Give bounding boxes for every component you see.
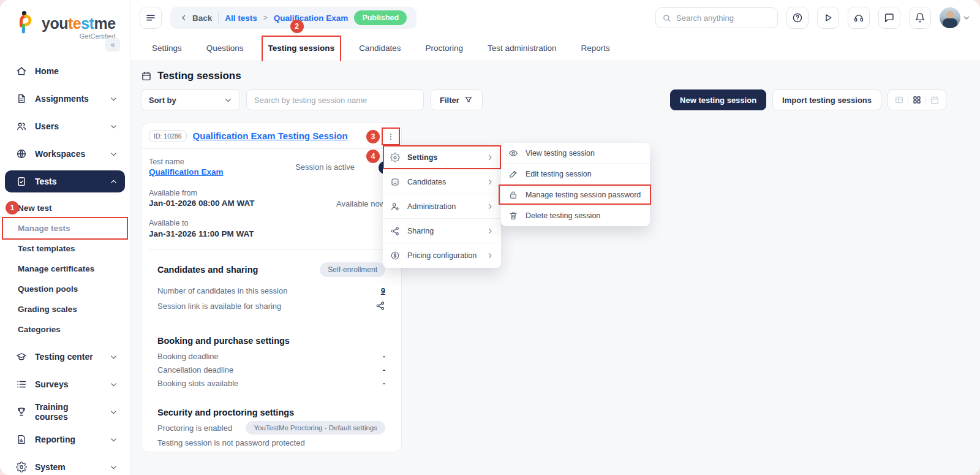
security-heading: Security and proctoring settings [157, 408, 385, 417]
tests-icon [16, 176, 27, 187]
import-testing-sessions-label: Import testing sessions [782, 96, 872, 105]
sidebar-subitem-new-test[interactable]: 1 New test [0, 198, 130, 218]
sidebar-item-workspaces[interactable]: Workspaces [5, 143, 125, 165]
submenu-item-manage-testing-session-password[interactable]: Manage testing session password [501, 184, 650, 205]
session-kebab-menu-button[interactable]: 3 4 [382, 127, 400, 145]
help-button[interactable] [786, 7, 809, 29]
menu-item-sharing[interactable]: Sharing [383, 219, 501, 243]
breadcrumb-divider [218, 12, 219, 23]
sidebar-subitem-manage-tests[interactable]: Manage tests [0, 218, 130, 238]
tab-settings[interactable]: Settings [152, 36, 182, 61]
tab-label: Proctoring [425, 44, 463, 53]
back-button[interactable]: Back [180, 13, 212, 23]
sidebar-subitem-question-pools[interactable]: Question pools [0, 279, 130, 299]
sidebar-item-tests[interactable]: Tests [5, 170, 125, 192]
grid-view-button[interactable] [908, 90, 925, 110]
messages-button[interactable] [878, 7, 900, 29]
tab-candidates[interactable]: Candidates [359, 36, 401, 61]
tutorial-play-button[interactable] [817, 7, 839, 29]
sidebar-collapse-button[interactable]: « [105, 38, 120, 51]
available-now-label: Available now [336, 199, 385, 210]
tab-questions[interactable]: Questions [206, 36, 244, 61]
sidebar-item-home[interactable]: Home [5, 60, 125, 82]
support-button[interactable] [848, 7, 870, 29]
tab-label: Testing sessions [268, 44, 335, 53]
sidebar-subitem-manage-certificates[interactable]: Manage certificates [0, 259, 130, 279]
sidebar-subitem-label: New test [18, 203, 52, 213]
sidebar-item-testing-center[interactable]: Testing center [5, 346, 125, 368]
chevron-down-icon [224, 96, 232, 104]
session-search-input[interactable] [254, 96, 416, 105]
notifications-button[interactable] [909, 7, 931, 29]
user-menu[interactable] [940, 7, 970, 28]
session-card-body: Test name Qualification Exam Session is … [141, 157, 401, 449]
report-icon [16, 434, 27, 445]
submenu-item-edit-testing-session[interactable]: Edit testing session [501, 164, 650, 184]
test-name-link[interactable]: Qualification Exam [149, 167, 224, 178]
logo-part-st: st [81, 15, 94, 32]
sidebar-item-users[interactable]: Users [5, 115, 125, 137]
chevron-right-icon [486, 178, 494, 186]
candidates-count-label: Number of candidates in this session [157, 286, 287, 295]
logo-area: youtestme GetCertified « [0, 0, 130, 56]
import-testing-sessions-button[interactable]: Import testing sessions [772, 89, 881, 110]
available-from-label: Available from [149, 188, 255, 198]
session-title-link[interactable]: Qualification Exam Testing Session [193, 131, 348, 141]
submenu-item-view-testing-session[interactable]: View testing session [501, 143, 650, 164]
chevron-down-icon [110, 463, 118, 471]
test-name-label: Test name [149, 157, 224, 167]
menu-item-label: Settings [407, 153, 437, 162]
logo-part-you: you [42, 15, 68, 32]
chevron-down-icon [110, 150, 118, 158]
home-icon [16, 66, 27, 77]
sidebar-subitem-grading-scales[interactable]: Grading scales [0, 299, 130, 319]
logo-subtitle: GetCertified [42, 32, 116, 40]
menu-item-label: Manage testing session password [526, 191, 641, 199]
menu-item-candidates[interactable]: Candidates [383, 170, 501, 194]
breadcrumb-all-tests-link[interactable]: All tests [225, 13, 257, 23]
sidebar-item-reporting[interactable]: Reporting [5, 428, 125, 450]
view-toggle [888, 89, 946, 110]
sidebar-subitem-categories[interactable]: Categories [0, 319, 130, 340]
submenu-item-delete-testing-session[interactable]: Delete testing session [501, 205, 650, 226]
sidebar-subitem-test-templates[interactable]: Test templates [0, 238, 130, 259]
share-icon[interactable] [375, 301, 385, 311]
tab-testing-sessions[interactable]: Testing sessions 2 [268, 36, 335, 61]
tab-test-administration[interactable]: Test administration [488, 36, 557, 61]
sidebar-item-surveys[interactable]: Surveys [5, 373, 125, 395]
table-view-button[interactable] [891, 90, 908, 110]
breadcrumb-current-link[interactable]: Qualification Exam [274, 13, 349, 23]
youtestme-logo-icon [13, 9, 38, 37]
sort-by-select[interactable]: Sort by [141, 89, 240, 110]
filter-button[interactable]: Filter [430, 89, 483, 110]
assignments-icon [16, 93, 27, 104]
global-search-input[interactable] [676, 13, 771, 23]
sidebar-item-label: Assignments [35, 94, 89, 104]
annotation-step-1: 1 [6, 201, 19, 215]
chevron-right-icon [486, 154, 494, 161]
menu-item-settings[interactable]: Settings [383, 145, 501, 170]
calendar-view-button[interactable] [926, 90, 943, 110]
sidebar-item-system[interactable]: System [5, 456, 125, 475]
main-area: Testing sessions Sort by Filter New test… [130, 61, 980, 475]
booking-deadline-label: Booking deadline [157, 352, 219, 361]
menu-item-administration[interactable]: Administration [383, 194, 501, 219]
session-link-label: Session link is available for sharing [157, 302, 281, 311]
tests-submenu: 1 New test Manage tests Test templates M… [0, 198, 130, 340]
sidebar-item-assignments[interactable]: Assignments [5, 88, 125, 110]
sort-by-label: Sort by [149, 96, 176, 105]
candidates-count-link[interactable]: 9 [381, 286, 385, 295]
menu-item-label: Sharing [407, 227, 434, 235]
administration-icon [390, 202, 400, 211]
hamburger-menu-button[interactable] [140, 7, 162, 29]
new-testing-session-button[interactable]: New testing session [670, 89, 766, 110]
tab-proctoring[interactable]: Proctoring [425, 36, 463, 61]
tab-label: Questions [206, 44, 244, 53]
tab-reports[interactable]: Reports [581, 36, 610, 61]
sidebar-subitem-label: Test templates [18, 244, 75, 253]
logo-part-te: te [68, 15, 81, 32]
menu-item-pricing-configuration[interactable]: Pricing configuration [383, 243, 501, 268]
sidebar-item-training-courses[interactable]: Training courses [5, 401, 125, 423]
sidebar-subitem-label: Manage tests [18, 224, 70, 233]
tab-label: Settings [152, 44, 182, 53]
